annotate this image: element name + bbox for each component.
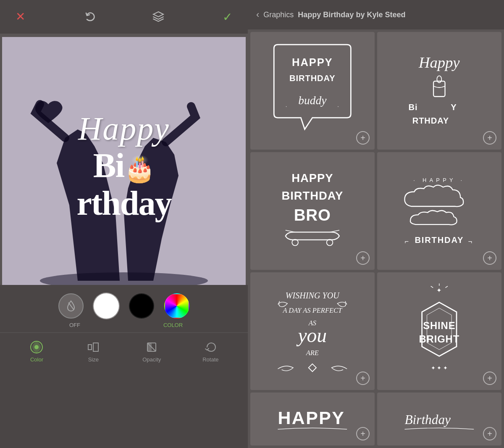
graphic-svg-8: Birthday [386,396,492,441]
opacity-tab-icon [144,340,159,355]
graphic-svg-6: ✦ SHINE BRIGHT ✦ ✦ ✦ [386,281,492,381]
color-tab-icon [29,340,44,355]
left-panel: ✕ ✓ [0,0,248,448]
graphic-svg-7: HAPPY [260,396,365,441]
svg-text:ARE: ARE [306,349,319,357]
swatch-labels: OFF COLOR [62,322,186,328]
top-toolbar: ✕ ✓ [0,0,248,34]
header-title: Happy Birthday by Kyle Steed [298,11,405,19]
graphic-item-3[interactable]: HAPPY BIRTHDAY BRO + [250,152,375,270]
graphic-svg-4: · HAPPY · BIRTHDAY ⌐ ¬ [386,161,492,261]
svg-text:⌐: ⌐ [405,237,409,245]
swatch-rainbow[interactable] [164,293,189,319]
tab-color[interactable]: Color [24,337,49,365]
header-category: Graphics [263,11,294,19]
layers-icon [152,10,165,24]
svg-text:✦ ✦ ✦: ✦ ✦ ✦ [431,365,448,371]
swatch-off[interactable] [58,293,84,319]
svg-text:BRO: BRO [294,206,331,224]
add-button-1[interactable]: + [356,131,370,145]
svg-text:¬: ¬ [468,237,472,245]
right-header: ‹ Graphics Happy Birthday by Kyle Steed [248,0,504,29]
svg-rect-7 [93,343,98,351]
layers-button[interactable] [151,9,166,24]
svg-point-24 [292,240,298,246]
tab-size[interactable]: Size [81,337,106,365]
svg-text:you: you [297,324,327,346]
svg-rect-16 [433,81,445,97]
graphic-item-5[interactable]: WISHING YOU A DAY AS PERFECT AS you ARE … [250,272,375,390]
graphic-item-2[interactable]: Happy Bi Y RTHDAY + [377,32,501,150]
add-button-2[interactable]: + [483,131,496,145]
graphic-item-4[interactable]: · HAPPY · BIRTHDAY ⌐ ¬ + [377,152,501,270]
svg-rect-9 [147,343,152,351]
svg-text:A DAY AS PERFECT: A DAY AS PERFECT [283,306,343,314]
svg-marker-0 [153,12,163,17]
svg-text:Happy: Happy [418,54,460,71]
tab-color-label: Color [30,356,43,363]
color-swatches [58,293,189,319]
graphic-item-1[interactable]: HAPPY BIRTHDAY buddy · · + [250,32,375,150]
svg-text:Y: Y [451,103,457,112]
svg-line-41 [431,286,433,288]
canvas-text: Happy Bi🎂 rthday [77,111,171,222]
confirm-button[interactable]: ✓ [220,9,235,24]
svg-text:Bi: Bi [409,103,418,112]
water-drop-icon [66,300,76,312]
add-button-7[interactable]: + [356,427,370,440]
svg-text:·: · [338,103,339,109]
back-button[interactable]: ‹ [256,9,259,20]
svg-text:WISHING YOU: WISHING YOU [286,291,340,300]
add-button-8[interactable]: + [483,427,496,440]
svg-text:HAPPY: HAPPY [292,56,333,68]
label-off: OFF [62,322,87,328]
svg-text:✦: ✦ [437,287,442,294]
graphic-item-8[interactable]: Birthday + [377,393,501,445]
tab-opacity[interactable]: Opacity [137,337,166,365]
svg-text:RTHDAY: RTHDAY [412,116,449,125]
tab-rotate[interactable]: Rotate [197,337,223,365]
svg-text:BRIGHT: BRIGHT [419,333,460,345]
graphic-item-6[interactable]: ✦ SHINE BRIGHT ✦ ✦ ✦ + [377,272,501,390]
svg-text:· HAPPY ·: · HAPPY · [413,177,465,183]
canvas-area: Happy Bi🎂 rthday [2,37,246,285]
bottom-controls: OFF COLOR Color [0,285,248,448]
svg-text:·: · [286,103,287,109]
swatch-white[interactable] [94,293,119,319]
label-black [128,322,153,328]
tab-size-label: Size [88,356,99,363]
graphics-grid: HAPPY BIRTHDAY buddy · · + Happy Bi Y RT… [248,29,504,448]
svg-text:HAPPY: HAPPY [278,408,345,428]
tab-opacity-label: Opacity [142,356,161,363]
svg-text:BIRTHDAY: BIRTHDAY [415,235,464,245]
right-panel: ‹ Graphics Happy Birthday by Kyle Steed … [248,0,504,448]
svg-line-40 [446,286,448,288]
bottom-tabs: Color Size [0,332,248,369]
svg-marker-37 [309,364,316,372]
svg-point-17 [437,76,442,82]
svg-text:buddy: buddy [298,94,327,107]
graphic-svg-5: WISHING YOU A DAY AS PERFECT AS you ARE [260,281,365,381]
svg-text:Birthday: Birthday [405,412,451,427]
undo-button[interactable] [82,9,97,24]
add-button-5[interactable]: + [356,372,370,385]
svg-text:HAPPY: HAPPY [291,171,333,184]
svg-point-5 [34,345,39,349]
close-button[interactable]: ✕ [13,9,28,24]
svg-point-25 [327,240,333,246]
swatch-black[interactable] [129,293,154,319]
graphic-svg-2: Happy Bi Y RTHDAY [386,41,492,141]
size-tab-icon [86,340,101,355]
add-button-3[interactable]: + [356,251,370,265]
svg-line-26 [286,230,295,232]
label-color: COLOR [160,322,186,328]
canvas-background: Happy Bi🎂 rthday [2,37,246,285]
graphic-item-7[interactable]: HAPPY + [250,393,375,445]
graphic-svg-1: HAPPY BIRTHDAY buddy · · [260,41,365,141]
svg-line-27 [330,230,339,232]
svg-text:SHINE: SHINE [423,320,455,331]
add-button-6[interactable]: + [483,372,496,385]
svg-rect-6 [88,345,92,350]
add-button-4[interactable]: + [483,251,496,265]
label-white [95,322,120,328]
